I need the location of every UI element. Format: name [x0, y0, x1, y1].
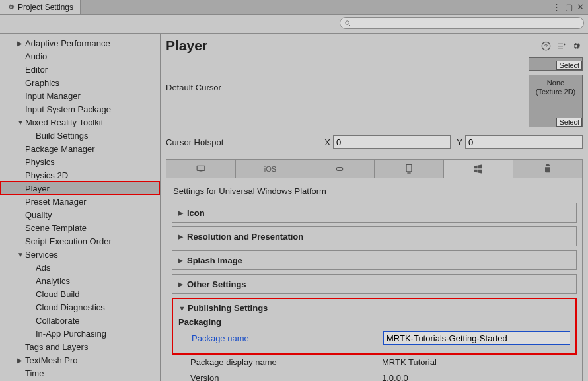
sidebar-item-label: Audio [25, 52, 47, 61]
platform-section-label: Settings for Universal Windows Platform [173, 186, 577, 196]
fold-splash[interactable]: ▶ Splash Image [172, 250, 577, 270]
tab-standalone[interactable] [166, 160, 236, 178]
version-value: 1.0.0.0 [382, 373, 571, 382]
sidebar-item-label: Ads [36, 263, 50, 273]
chevron-right-icon: ▶ [178, 280, 187, 289]
tab-uwp[interactable] [444, 160, 513, 178]
sidebar-item-collaborate[interactable]: Collaborate [0, 314, 160, 327]
gear-icon [7, 3, 15, 11]
tab-ios[interactable]: iOS [236, 160, 305, 178]
default-icon-picker[interactable]: Select [529, 57, 583, 71]
sidebar-item-label: Analytics [36, 276, 70, 286]
platform-tabs: iOS [166, 159, 583, 178]
svg-point-0 [346, 20, 349, 24]
chevron-right-icon: ▶ [17, 40, 25, 47]
svg-rect-8 [407, 172, 410, 173]
sidebar-item-label: Services [25, 250, 58, 260]
picker-type-label: (Texture 2D) [531, 87, 581, 96]
sidebar-item-label: Graphics [25, 78, 59, 88]
main-panel: Player ? Default Cursor Select [161, 34, 588, 381]
default-cursor-picker[interactable]: None (Texture 2D) Select [529, 75, 583, 127]
tab-project-settings[interactable]: Project Settings [0, 0, 81, 14]
help-icon[interactable]: ? [541, 41, 551, 51]
sidebar-item-ads[interactable]: Ads [0, 261, 160, 274]
sidebar-item-label: Physics 2D [25, 170, 68, 180]
sidebar-item-label: Tags and Layers [25, 342, 88, 352]
chevron-right-icon: ▶ [178, 209, 187, 217]
select-button[interactable]: Select [556, 118, 582, 127]
sidebar-item-in-app-purchasing[interactable]: In-App Purchasing [0, 327, 160, 340]
sidebar-item-quality[interactable]: Quality [0, 208, 160, 221]
sidebar-item-analytics[interactable]: Analytics [0, 274, 160, 287]
dock-icon[interactable]: ⋮ [552, 2, 561, 12]
sidebar-item-label: Time [25, 368, 44, 378]
settings-gear-icon[interactable] [571, 41, 581, 51]
sidebar-item-services[interactable]: ▼Services [0, 248, 160, 261]
chevron-down-icon: ▼ [17, 251, 25, 258]
sidebar-item-label: Preset Manager [25, 197, 87, 207]
sidebar-item-player[interactable]: Player [0, 182, 160, 195]
sidebar-item-input-system-package[interactable]: Input System Package [0, 102, 160, 116]
chevron-right-icon: ▶ [178, 256, 187, 265]
sidebar-item-graphics[interactable]: Graphics [0, 76, 160, 89]
sidebar-item-label: Mixed Reality Toolkit [25, 118, 103, 127]
sidebar-item-physics[interactable]: Physics [0, 155, 160, 168]
sidebar-item-adaptive-performance[interactable]: ▶Adaptive Performance [0, 36, 160, 50]
sidebar-item-script-execution-order[interactable]: Script Execution Order [0, 234, 160, 248]
sidebar-item-input-manager[interactable]: Input Manager [0, 89, 160, 102]
package-name-input[interactable] [383, 331, 570, 345]
page-title: Player [166, 38, 207, 53]
svg-rect-4 [197, 166, 205, 170]
sidebar-item-label: Build Settings [36, 131, 89, 141]
close-icon[interactable]: ✕ [577, 2, 584, 12]
sidebar-item-cloud-build[interactable]: Cloud Build [0, 287, 160, 300]
sidebar-item-label: Input System Package [25, 104, 111, 114]
settings-sidebar: ▶Adaptive PerformanceAudioEditorGraphics… [0, 34, 161, 381]
sidebar-item-scene-template[interactable]: Scene Template [0, 221, 160, 234]
maximize-icon[interactable]: ▢ [565, 2, 573, 12]
sidebar-item-cloud-diagnostics[interactable]: Cloud Diagnostics [0, 300, 160, 314]
tab-webgl[interactable] [375, 160, 444, 178]
sidebar-item-audio[interactable]: Audio [0, 50, 160, 63]
sidebar-item-label: TextMesh Pro [25, 355, 77, 365]
select-button[interactable]: Select [556, 61, 582, 70]
sidebar-item-preset-manager[interactable]: Preset Manager [0, 195, 160, 208]
default-cursor-label: Default Cursor [166, 83, 371, 92]
sidebar-item-editor[interactable]: Editor [0, 63, 160, 76]
hotspot-y-input[interactable] [465, 135, 583, 149]
tab-android[interactable] [513, 160, 582, 178]
fold-publishing[interactable]: ▼ Publishing Settings [178, 303, 570, 313]
package-display-name-value: MRTK Tutorial [382, 357, 571, 367]
sidebar-item-tags-and-layers[interactable]: Tags and Layers [0, 340, 160, 353]
fold-icon[interactable]: ▶ Icon [172, 203, 577, 223]
chevron-down-icon: ▼ [17, 119, 25, 126]
sidebar-item-time[interactable]: Time [0, 366, 160, 380]
chevron-down-icon: ▼ [178, 304, 188, 312]
search-input[interactable] [340, 17, 584, 29]
sidebar-item-mixed-reality-toolkit[interactable]: ▼Mixed Reality Toolkit [0, 116, 160, 129]
fold-resolution[interactable]: ▶ Resolution and Presentation [172, 226, 577, 246]
fold-other[interactable]: ▶ Other Settings [172, 274, 577, 294]
cursor-hotspot-label: Cursor Hotspot [166, 137, 321, 147]
package-name-label[interactable]: Package name [178, 333, 383, 343]
sidebar-item-label: Physics [25, 157, 55, 167]
sidebar-item-label: Editor [25, 65, 48, 75]
search-icon [344, 20, 351, 27]
hotspot-x-input[interactable] [333, 135, 451, 149]
svg-text:?: ? [544, 42, 548, 49]
window-controls: ⋮ ▢ ✕ [552, 2, 588, 12]
sidebar-item-label: Cloud Build [36, 289, 80, 299]
sidebar-item-label: Input Manager [25, 91, 81, 101]
sidebar-item-label: Player [25, 184, 50, 193]
sidebar-item-physics-2d[interactable]: Physics 2D [0, 168, 160, 182]
sidebar-item-textmesh-pro[interactable]: ▶TextMesh Pro [0, 353, 160, 366]
sidebar-item-label: Scene Template [25, 223, 87, 233]
preset-icon[interactable] [556, 41, 566, 51]
tab-gamecore[interactable] [305, 160, 375, 178]
package-display-name-label: Package display name [177, 357, 382, 367]
sidebar-item-package-manager[interactable]: Package Manager [0, 142, 160, 155]
svg-rect-6 [336, 168, 342, 171]
sidebar-item-build-settings[interactable]: Build Settings [0, 129, 160, 142]
svg-rect-7 [406, 164, 412, 172]
x-label: X [321, 137, 330, 147]
